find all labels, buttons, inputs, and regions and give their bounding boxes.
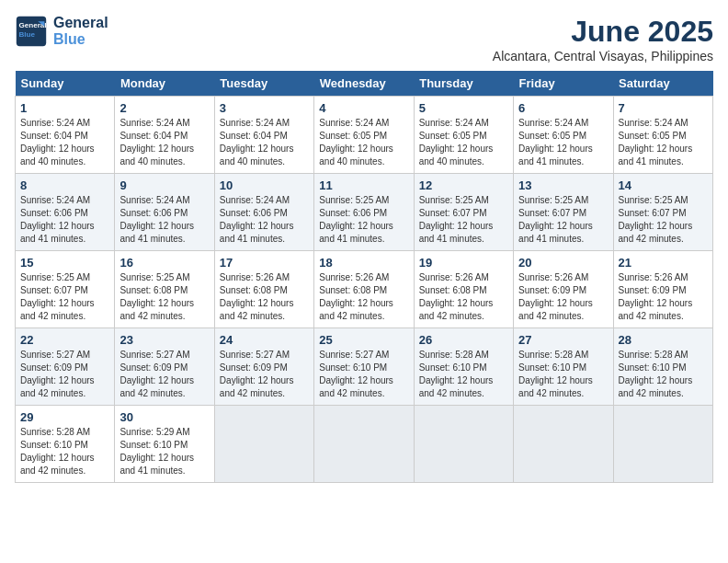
- day-detail: Sunrise: 5:27 AMSunset: 6:09 PMDaylight:…: [119, 349, 209, 400]
- calendar-title: June 2025: [493, 15, 713, 49]
- calendar-cell: 5Sunrise: 5:24 AMSunset: 6:05 PMDaylight…: [414, 97, 513, 174]
- day-number: 12: [419, 178, 508, 192]
- calendar-cell: [214, 406, 313, 483]
- day-detail: Sunrise: 5:28 AMSunset: 6:10 PMDaylight:…: [419, 349, 508, 400]
- day-detail: Sunrise: 5:28 AMSunset: 6:10 PMDaylight:…: [518, 349, 608, 400]
- day-number: 4: [319, 101, 408, 115]
- calendar-cell: 10Sunrise: 5:24 AMSunset: 6:06 PMDayligh…: [214, 174, 313, 251]
- header-sunday: Sunday: [16, 71, 115, 97]
- day-number: 11: [319, 178, 408, 192]
- header-tuesday: Tuesday: [214, 71, 313, 97]
- calendar-cell: 30Sunrise: 5:29 AMSunset: 6:10 PMDayligh…: [115, 406, 214, 483]
- header-monday: Monday: [115, 71, 214, 97]
- calendar-cell: 7Sunrise: 5:24 AMSunset: 6:05 PMDaylight…: [613, 97, 712, 174]
- day-number: 29: [20, 410, 109, 424]
- header-saturday: Saturday: [613, 71, 712, 97]
- calendar-cell: 14Sunrise: 5:25 AMSunset: 6:07 PMDayligh…: [613, 174, 712, 251]
- calendar-cell: 22Sunrise: 5:27 AMSunset: 6:09 PMDayligh…: [16, 328, 115, 406]
- day-detail: Sunrise: 5:24 AMSunset: 6:06 PMDaylight:…: [119, 194, 209, 246]
- day-detail: Sunrise: 5:26 AMSunset: 6:09 PMDaylight:…: [518, 271, 608, 323]
- calendar-header-row: SundayMondayTuesdayWednesdayThursdayFrid…: [16, 71, 713, 97]
- day-number: 16: [119, 256, 209, 270]
- header-friday: Friday: [514, 71, 613, 97]
- calendar-cell: 16Sunrise: 5:25 AMSunset: 6:08 PMDayligh…: [115, 251, 214, 328]
- day-detail: Sunrise: 5:24 AMSunset: 6:05 PMDaylight:…: [319, 117, 408, 168]
- day-number: 9: [119, 178, 209, 192]
- calendar-cell: 13Sunrise: 5:25 AMSunset: 6:07 PMDayligh…: [514, 174, 613, 251]
- calendar-week-row: 8Sunrise: 5:24 AMSunset: 6:06 PMDaylight…: [16, 174, 713, 251]
- calendar-cell: 12Sunrise: 5:25 AMSunset: 6:07 PMDayligh…: [414, 174, 513, 251]
- calendar-cell: 2Sunrise: 5:24 AMSunset: 6:04 PMDaylight…: [115, 97, 214, 174]
- calendar-cell: 1Sunrise: 5:24 AMSunset: 6:04 PMDaylight…: [16, 97, 115, 174]
- day-number: 17: [220, 256, 309, 270]
- calendar-cell: 19Sunrise: 5:26 AMSunset: 6:08 PMDayligh…: [414, 251, 513, 328]
- calendar-cell: 28Sunrise: 5:28 AMSunset: 6:10 PMDayligh…: [613, 328, 712, 406]
- day-number: 14: [619, 178, 708, 192]
- day-detail: Sunrise: 5:25 AMSunset: 6:07 PMDaylight:…: [518, 194, 608, 246]
- day-detail: Sunrise: 5:26 AMSunset: 6:09 PMDaylight:…: [619, 271, 708, 323]
- day-detail: Sunrise: 5:27 AMSunset: 6:09 PMDaylight:…: [220, 349, 309, 400]
- svg-text:Blue: Blue: [19, 30, 36, 39]
- day-number: 6: [518, 101, 608, 115]
- day-number: 1: [20, 101, 109, 115]
- day-detail: Sunrise: 5:25 AMSunset: 6:07 PMDaylight:…: [20, 271, 109, 323]
- day-number: 21: [619, 256, 708, 270]
- day-detail: Sunrise: 5:24 AMSunset: 6:05 PMDaylight:…: [518, 117, 608, 168]
- day-detail: Sunrise: 5:24 AMSunset: 6:06 PMDaylight:…: [220, 194, 309, 246]
- day-detail: Sunrise: 5:24 AMSunset: 6:05 PMDaylight:…: [619, 117, 708, 168]
- day-detail: Sunrise: 5:26 AMSunset: 6:08 PMDaylight:…: [419, 271, 508, 323]
- calendar-cell: 17Sunrise: 5:26 AMSunset: 6:08 PMDayligh…: [214, 251, 313, 328]
- day-detail: Sunrise: 5:29 AMSunset: 6:10 PMDaylight:…: [119, 426, 209, 477]
- day-detail: Sunrise: 5:26 AMSunset: 6:08 PMDaylight:…: [319, 271, 408, 323]
- day-number: 18: [319, 256, 408, 270]
- title-block: June 2025 Alcantara, Central Visayas, Ph…: [493, 15, 713, 63]
- calendar-cell: 29Sunrise: 5:28 AMSunset: 6:10 PMDayligh…: [16, 406, 115, 483]
- day-number: 25: [319, 333, 408, 347]
- calendar-week-row: 1Sunrise: 5:24 AMSunset: 6:04 PMDaylight…: [16, 97, 713, 174]
- calendar-cell: 4Sunrise: 5:24 AMSunset: 6:05 PMDaylight…: [314, 97, 414, 174]
- day-number: 30: [119, 410, 209, 424]
- day-detail: Sunrise: 5:28 AMSunset: 6:10 PMDaylight:…: [619, 349, 708, 400]
- day-detail: Sunrise: 5:25 AMSunset: 6:07 PMDaylight:…: [619, 194, 708, 246]
- day-number: 24: [220, 333, 309, 347]
- day-number: 15: [20, 256, 109, 270]
- calendar-cell: 21Sunrise: 5:26 AMSunset: 6:09 PMDayligh…: [613, 251, 712, 328]
- day-number: 27: [518, 333, 608, 347]
- calendar-cell: 8Sunrise: 5:24 AMSunset: 6:06 PMDaylight…: [16, 174, 115, 251]
- calendar-cell: [613, 406, 712, 483]
- logo: General Blue General Blue: [15, 15, 108, 48]
- calendar-cell: 6Sunrise: 5:24 AMSunset: 6:05 PMDaylight…: [514, 97, 613, 174]
- calendar-cell: 9Sunrise: 5:24 AMSunset: 6:06 PMDaylight…: [115, 174, 214, 251]
- day-detail: Sunrise: 5:24 AMSunset: 6:06 PMDaylight:…: [20, 194, 109, 246]
- calendar-cell: [514, 406, 613, 483]
- day-number: 8: [20, 178, 109, 192]
- calendar-week-row: 15Sunrise: 5:25 AMSunset: 6:07 PMDayligh…: [16, 251, 713, 328]
- page-header: General Blue General Blue June 2025 Alca…: [15, 15, 713, 63]
- day-number: 10: [220, 178, 309, 192]
- logo-icon: General Blue: [15, 15, 48, 48]
- calendar-week-row: 22Sunrise: 5:27 AMSunset: 6:09 PMDayligh…: [16, 328, 713, 406]
- calendar-cell: [414, 406, 513, 483]
- day-detail: Sunrise: 5:25 AMSunset: 6:07 PMDaylight:…: [419, 194, 508, 246]
- day-number: 2: [119, 101, 209, 115]
- day-detail: Sunrise: 5:27 AMSunset: 6:09 PMDaylight:…: [20, 349, 109, 400]
- header-thursday: Thursday: [414, 71, 513, 97]
- calendar-cell: 3Sunrise: 5:24 AMSunset: 6:04 PMDaylight…: [214, 97, 313, 174]
- day-detail: Sunrise: 5:24 AMSunset: 6:05 PMDaylight:…: [419, 117, 508, 168]
- day-detail: Sunrise: 5:26 AMSunset: 6:08 PMDaylight:…: [220, 271, 309, 323]
- calendar-cell: 25Sunrise: 5:27 AMSunset: 6:10 PMDayligh…: [314, 328, 414, 406]
- day-number: 26: [419, 333, 508, 347]
- day-detail: Sunrise: 5:25 AMSunset: 6:06 PMDaylight:…: [319, 194, 408, 246]
- calendar-cell: 24Sunrise: 5:27 AMSunset: 6:09 PMDayligh…: [214, 328, 313, 406]
- day-number: 3: [220, 101, 309, 115]
- day-detail: Sunrise: 5:27 AMSunset: 6:10 PMDaylight:…: [319, 349, 408, 400]
- day-detail: Sunrise: 5:28 AMSunset: 6:10 PMDaylight:…: [20, 426, 109, 477]
- day-number: 28: [619, 333, 708, 347]
- day-number: 5: [419, 101, 508, 115]
- calendar-cell: 27Sunrise: 5:28 AMSunset: 6:10 PMDayligh…: [514, 328, 613, 406]
- day-number: 7: [619, 101, 708, 115]
- calendar-cell: 20Sunrise: 5:26 AMSunset: 6:09 PMDayligh…: [514, 251, 613, 328]
- calendar-week-row: 29Sunrise: 5:28 AMSunset: 6:10 PMDayligh…: [16, 406, 713, 483]
- logo-text: General Blue: [53, 15, 108, 47]
- day-number: 22: [20, 333, 109, 347]
